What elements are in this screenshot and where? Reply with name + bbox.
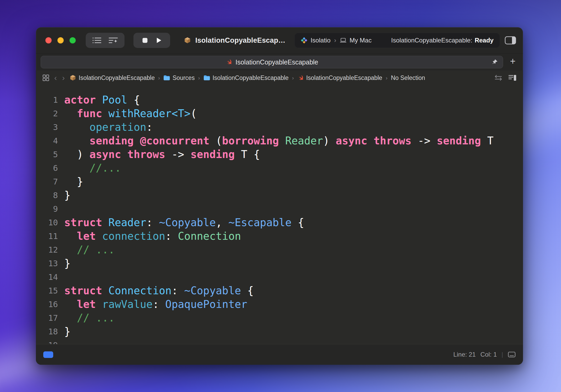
code-line-content[interactable]: //... [58,161,121,175]
breadcrumb-label: IsolationCopyableEscapable [79,74,155,81]
breadcrumb-item[interactable]: IsolationCopyableEscapable [69,74,155,81]
desktop-wallpaper: IsolationCopyableEscap… Isolatio › My Ma… [0,0,561,392]
chevron-right-icon: › [334,37,336,44]
code-lines[interactable]: 1actor Pool {2 func withReader<T>(3 oper… [36,85,523,344]
jump-bar: ‹ › IsolationCopyableEscapable›Sources›I… [36,70,523,85]
minimize-button[interactable] [57,37,64,43]
back-icon[interactable]: ‹ [54,74,57,82]
code-line[interactable]: 16 let rawValue: OpaquePointer [36,297,523,311]
code-line-content[interactable]: } [58,325,71,338]
code-line-content[interactable] [58,338,64,344]
compose-sparkle-icon[interactable] [108,37,118,44]
minimap-icon[interactable] [508,74,517,81]
source-editor[interactable]: 1actor Pool {2 func withReader<T>(3 oper… [36,85,523,344]
code-line-content[interactable]: actor Pool { [58,93,140,107]
code-line-content[interactable]: operation: [58,120,153,134]
zoom-button[interactable] [69,37,76,43]
line-number: 8 [36,188,58,202]
jump-bar-right [494,74,517,81]
code-line-content[interactable]: // ... [58,311,115,325]
scheme-name[interactable]: Isolatio [311,37,331,44]
folder-icon [203,75,210,81]
code-line[interactable]: 10struct Reader: ~Copyable, ~Escapable { [36,216,523,229]
code-line-content[interactable]: struct Reader: ~Copyable, ~Escapable { [58,216,304,229]
line-number: 1 [36,93,58,107]
code-line[interactable]: 3 operation: [36,120,523,134]
code-line[interactable]: 14 [36,270,523,284]
line-indicator[interactable]: Line: 21 [453,351,476,358]
inspector-toggle-icon[interactable] [505,36,516,45]
code-line-content[interactable]: ) async throws -> sending T { [58,148,260,161]
focus-mode-badge[interactable] [43,351,53,358]
breadcrumb-label: IsolationCopyableEscapable [213,74,289,81]
stop-button[interactable] [141,36,149,44]
code-line[interactable]: 1actor Pool { [36,93,523,107]
line-number: 9 [36,202,58,216]
code-line-content[interactable]: // ... [58,243,115,257]
code-line-content[interactable]: let connection: Connection [58,229,241,243]
code-line[interactable]: 15struct Connection: ~Copyable { [36,284,523,297]
code-line-content[interactable]: } [58,257,71,270]
activity-status[interactable]: IsolationCopyableEscapable: Ready [391,37,494,44]
editor-settings-icon[interactable] [508,351,516,358]
scheme-selector[interactable]: Isolatio › My Mac IsolationCopyableEscap… [294,33,500,48]
breadcrumb-item[interactable]: Sources [163,74,195,81]
destination-label: My Mac [349,37,371,44]
code-line[interactable]: 2 func withReader<T>( [36,107,523,120]
chevron-right-icon: › [292,75,294,81]
window-controls [45,37,76,43]
breadcrumb-item[interactable]: IsolationCopyableEscapable [203,74,289,81]
code-line[interactable]: 18} [36,325,523,338]
code-line-content[interactable]: func withReader<T>( [58,107,197,120]
tab-bar: IsolationCopyableEscapable + [36,54,523,70]
code-line[interactable]: 8} [36,188,523,202]
swift-icon [225,59,232,66]
breadcrumb-item[interactable]: No Selection [391,74,425,81]
code-line[interactable]: 12 // ... [36,243,523,257]
close-button[interactable] [45,37,52,43]
code-line[interactable]: 9 [36,202,523,216]
code-line-content[interactable]: } [58,175,83,188]
line-number: 6 [36,161,58,175]
swift-icon [297,75,304,81]
line-number: 12 [36,243,58,257]
code-line-content[interactable] [58,202,64,216]
code-line-content[interactable]: } [58,188,71,202]
list-bullet-icon[interactable] [92,37,102,44]
tab-isolationcopyableescapable[interactable]: IsolationCopyableEscapable [41,56,503,68]
column-indicator[interactable]: Col: 1 [481,351,497,358]
breadcrumb-item[interactable]: IsolationCopyableEscapable [297,74,382,81]
line-number: 19 [36,338,58,344]
code-line-content[interactable] [58,270,64,284]
code-line[interactable]: 17 // ... [36,311,523,325]
grid-icon[interactable] [42,74,50,81]
chevron-right-icon: › [198,75,200,81]
code-line-content[interactable]: struct Connection: ~Copyable { [58,284,254,297]
breadcrumb: IsolationCopyableEscapable›Sources›Isola… [69,74,425,81]
related-items-icon[interactable] [494,74,503,81]
code-line-content[interactable]: sending @concurrent (borrowing Reader) a… [58,134,494,148]
editor-status-bar: Line: 21 Col: 1 | [36,344,523,365]
run-button[interactable] [155,36,163,44]
code-line-content[interactable]: let rawValue: OpaquePointer [58,297,247,311]
project-badge: IsolationCopyableEscap… [184,36,285,45]
code-line[interactable]: 11 let connection: Connection [36,229,523,243]
code-line[interactable]: 13} [36,257,523,270]
add-tab-button[interactable]: + [507,57,518,68]
code-line[interactable]: 4 sending @concurrent (borrowing Reader)… [36,134,523,148]
xcode-window: IsolationCopyableEscap… Isolatio › My Ma… [36,27,523,365]
code-line[interactable]: 5 ) async throws -> sending T { [36,148,523,161]
package-icon [184,37,191,44]
chevron-right-icon: › [386,75,387,81]
code-line[interactable]: 7 } [36,175,523,188]
breadcrumb-label: IsolationCopyableEscapable [306,74,382,81]
line-number: 5 [36,148,58,161]
code-line[interactable]: 6 //... [36,161,523,175]
chevron-right-icon: › [158,75,160,81]
destination-selector[interactable]: My Mac [340,37,371,44]
code-line[interactable]: 19 [36,338,523,344]
folder-icon [163,75,170,81]
separator: | [501,351,503,358]
pin-icon[interactable] [492,59,498,65]
forward-icon[interactable]: › [62,74,65,82]
